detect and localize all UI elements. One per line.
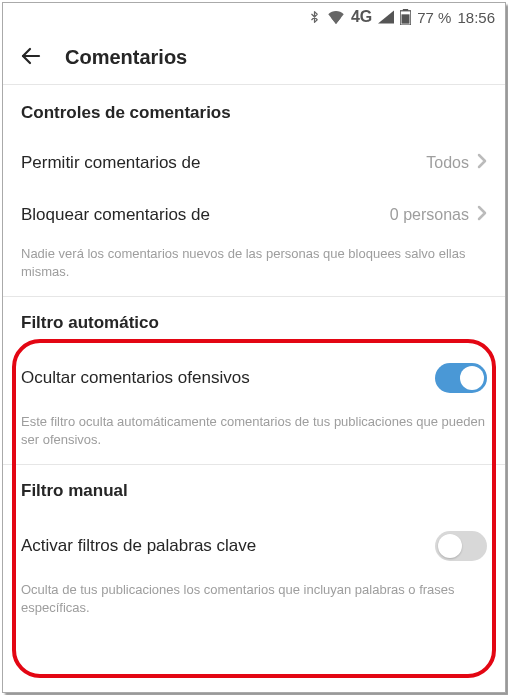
row-block-label: Bloquear comentarios de bbox=[21, 205, 210, 225]
toggle-keyword-filter[interactable] bbox=[435, 531, 487, 561]
row-hide-label: Ocultar comentarios ofensivos bbox=[21, 368, 250, 388]
wifi-icon bbox=[327, 10, 345, 24]
row-allow-label: Permitir comentarios de bbox=[21, 153, 201, 173]
block-helper-text: Nadie verá los comentarios nuevos de las… bbox=[3, 241, 505, 296]
autofilter-helper-text: Este filtro oculta automáticamente comen… bbox=[3, 409, 505, 464]
page-header: Comentarios bbox=[3, 31, 505, 85]
status-bar: 4G 77 % 18:56 bbox=[3, 3, 505, 31]
toggle-hide-offensive[interactable] bbox=[435, 363, 487, 393]
chevron-right-icon bbox=[477, 153, 487, 173]
row-block-value: 0 personas bbox=[390, 206, 469, 224]
toggle-knob bbox=[438, 534, 462, 558]
signal-icon bbox=[378, 10, 394, 24]
section-controls-title: Controles de comentarios bbox=[3, 85, 505, 137]
battery-icon bbox=[400, 9, 411, 25]
row-allow-comments[interactable]: Permitir comentarios de Todos bbox=[3, 137, 505, 189]
row-keyword-filter: Activar filtros de palabras clave bbox=[3, 515, 505, 577]
status-time: 18:56 bbox=[457, 9, 495, 26]
row-hide-offensive: Ocultar comentarios ofensivos bbox=[3, 347, 505, 409]
manualfilter-helper-text: Oculta de tus publicaciones los comentar… bbox=[3, 577, 505, 632]
section-autofilter-title: Filtro automático bbox=[3, 297, 505, 347]
toggle-knob bbox=[460, 366, 484, 390]
row-allow-value: Todos bbox=[426, 154, 469, 172]
row-block-comments[interactable]: Bloquear comentarios de 0 personas bbox=[3, 189, 505, 241]
network-label: 4G bbox=[351, 8, 372, 26]
battery-percent: 77 % bbox=[417, 9, 451, 26]
back-arrow-icon[interactable] bbox=[19, 44, 43, 72]
section-manualfilter-title: Filtro manual bbox=[3, 465, 505, 515]
page-title: Comentarios bbox=[65, 46, 187, 69]
chevron-right-icon bbox=[477, 205, 487, 225]
bluetooth-icon bbox=[308, 9, 321, 25]
row-keyword-label: Activar filtros de palabras clave bbox=[21, 536, 256, 556]
svg-rect-2 bbox=[402, 14, 410, 23]
